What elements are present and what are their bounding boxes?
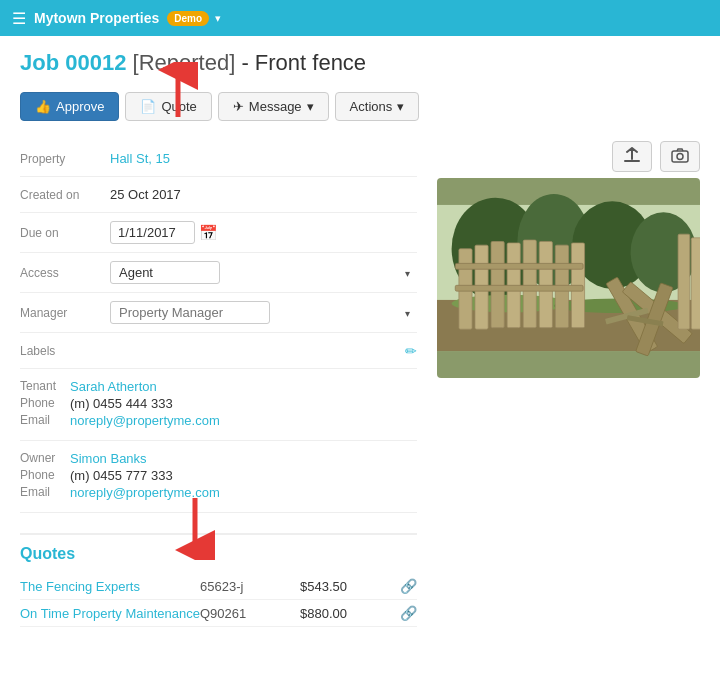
due-value-wrap: 📅 xyxy=(110,221,417,244)
quote-name-0[interactable]: The Fencing Experts xyxy=(20,579,200,594)
actions-chevron-icon: ▾ xyxy=(397,99,404,114)
svg-rect-27 xyxy=(691,238,700,329)
svg-point-2 xyxy=(677,154,683,160)
svg-rect-0 xyxy=(624,160,640,162)
navbar-chevron-icon[interactable]: ▾ xyxy=(215,12,221,25)
svg-rect-13 xyxy=(491,241,504,327)
svg-rect-23 xyxy=(455,285,583,291)
quote-link-icon-0[interactable]: 🔗 xyxy=(400,578,417,594)
access-select[interactable]: Agent Key Tenant xyxy=(110,261,220,284)
owner-email-label: Email xyxy=(20,485,70,500)
content-area: Property Hall St, 15 Created on 25 Oct 2… xyxy=(20,141,700,627)
property-field: Property Hall St, 15 xyxy=(20,141,417,177)
tenant-section: Tenant Sarah Atherton Phone (m) 0455 444… xyxy=(20,369,417,441)
tenant-label: Tenant xyxy=(20,379,70,394)
calendar-icon[interactable]: 📅 xyxy=(199,224,218,242)
approve-button[interactable]: 👍 Approve xyxy=(20,92,119,121)
quotes-heading: Quotes xyxy=(20,545,417,563)
actions-button[interactable]: Actions ▾ xyxy=(335,92,420,121)
hamburger-icon[interactable]: ☰ xyxy=(12,9,26,28)
tenant-name: Sarah Atherton xyxy=(70,379,157,394)
camera-icon xyxy=(671,147,689,163)
tenant-phone-value: (m) 0455 444 333 xyxy=(70,396,173,411)
tenant-email-value: noreply@propertyme.com xyxy=(70,413,220,428)
job-number: Job 00012 xyxy=(20,50,126,75)
main-content: Job 00012 [Reported] - Front fence 👍 App… xyxy=(0,36,720,641)
labels-label: Labels xyxy=(20,344,110,358)
manager-select-wrap: ▾ xyxy=(110,301,417,324)
image-toolbar xyxy=(437,141,700,172)
quote-amount-0: $543.50 xyxy=(300,579,400,594)
right-panel xyxy=(437,141,700,627)
owner-name: Simon Banks xyxy=(70,451,147,466)
navbar: ☰ Mytown Properties Demo ▾ xyxy=(0,0,720,36)
demo-badge: Demo xyxy=(167,11,209,26)
quotes-section: Quotes The Fencing Experts 65623-j $543.… xyxy=(20,533,417,627)
property-value: Hall St, 15 xyxy=(110,151,417,166)
fence-svg xyxy=(437,178,700,378)
due-date-input[interactable] xyxy=(110,221,195,244)
tenant-email-link[interactable]: noreply@propertyme.com xyxy=(70,413,220,428)
send-icon: ✈ xyxy=(233,99,244,114)
job-status: [Reported] xyxy=(133,50,236,75)
owner-phone-label: Phone xyxy=(20,468,70,483)
job-description: - Front fence xyxy=(241,50,366,75)
owner-phone-value: (m) 0455 777 333 xyxy=(70,468,173,483)
svg-rect-26 xyxy=(678,234,690,329)
owner-section: Owner Simon Banks Phone (m) 0455 777 333… xyxy=(20,441,417,513)
owner-label: Owner xyxy=(20,451,70,466)
created-field: Created on 25 Oct 2017 xyxy=(20,177,417,213)
thumbs-up-icon: 👍 xyxy=(35,99,51,114)
action-buttons: 👍 Approve 📄 Quote ✈ Message ▾ Actions ▾ xyxy=(20,92,700,121)
svg-rect-22 xyxy=(455,263,583,269)
upload-button[interactable] xyxy=(612,141,652,172)
tenant-phone-row: Phone (m) 0455 444 333 xyxy=(20,396,417,411)
owner-email-link[interactable]: noreply@propertyme.com xyxy=(70,485,220,500)
quote-row-0: The Fencing Experts 65623-j $543.50 🔗 xyxy=(20,573,417,600)
quote-link-icon-1[interactable]: 🔗 xyxy=(400,605,417,621)
due-label: Due on xyxy=(20,226,110,240)
quote-name-1[interactable]: On Time Property Maintenance xyxy=(20,606,200,621)
manager-select-arrow-icon: ▾ xyxy=(405,307,410,318)
access-select-wrap: Agent Key Tenant ▾ xyxy=(110,261,417,284)
owner-email-value: noreply@propertyme.com xyxy=(70,485,220,500)
owner-row: Owner Simon Banks xyxy=(20,451,417,466)
job-title: Job 00012 [Reported] - Front fence xyxy=(20,50,700,76)
svg-rect-16 xyxy=(539,241,552,327)
property-link[interactable]: Hall St, 15 xyxy=(110,151,170,166)
left-panel: Property Hall St, 15 Created on 25 Oct 2… xyxy=(20,141,417,627)
message-button[interactable]: ✈ Message ▾ xyxy=(218,92,329,121)
labels-field: Labels ✏ xyxy=(20,333,417,369)
access-field: Access Agent Key Tenant ▾ xyxy=(20,253,417,293)
access-label: Access xyxy=(20,266,110,280)
quote-button[interactable]: 📄 Quote xyxy=(125,92,211,121)
created-value: 25 Oct 2017 xyxy=(110,187,417,202)
tenant-row: Tenant Sarah Atherton xyxy=(20,379,417,394)
owner-phone-row: Phone (m) 0455 777 333 xyxy=(20,468,417,483)
manager-label: Manager xyxy=(20,306,110,320)
manager-field: Manager ▾ xyxy=(20,293,417,333)
tenant-name-link[interactable]: Sarah Atherton xyxy=(70,379,157,394)
quote-doc-icon: 📄 xyxy=(140,99,156,114)
manager-input[interactable] xyxy=(110,301,270,324)
message-chevron-icon: ▾ xyxy=(307,99,314,114)
fence-image xyxy=(437,178,700,378)
svg-rect-15 xyxy=(523,240,536,328)
app-title: Mytown Properties xyxy=(34,10,159,26)
owner-email-row: Email noreply@propertyme.com xyxy=(20,485,417,500)
quote-amount-1: $880.00 xyxy=(300,606,400,621)
created-label: Created on xyxy=(20,188,110,202)
labels-edit-icon[interactable]: ✏ xyxy=(405,343,417,359)
tenant-email-label: Email xyxy=(20,413,70,428)
camera-button[interactable] xyxy=(660,141,700,172)
quote-id-0: 65623-j xyxy=(200,579,300,594)
quote-id-1: Q90261 xyxy=(200,606,300,621)
quote-row-1: On Time Property Maintenance Q90261 $880… xyxy=(20,600,417,627)
access-select-arrow-icon: ▾ xyxy=(405,267,410,278)
tenant-phone-label: Phone xyxy=(20,396,70,411)
upload-icon xyxy=(623,147,641,163)
svg-rect-1 xyxy=(672,151,688,162)
property-label: Property xyxy=(20,152,110,166)
tenant-email-row: Email noreply@propertyme.com xyxy=(20,413,417,428)
owner-name-link[interactable]: Simon Banks xyxy=(70,451,147,466)
